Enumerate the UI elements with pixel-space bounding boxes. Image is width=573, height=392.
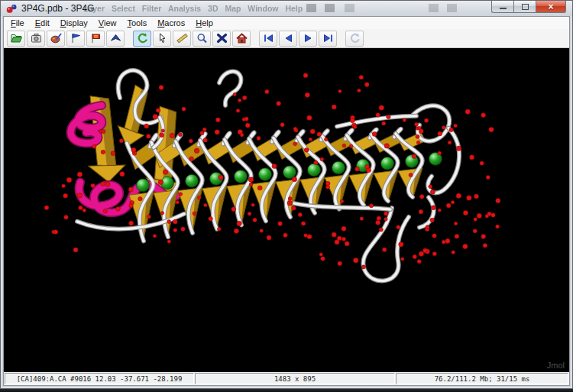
jmol-watermark: Jmol	[547, 361, 565, 370]
ruler-measure-button[interactable]	[173, 31, 191, 47]
background-window-artifact	[447, 4, 457, 12]
minimize-icon	[500, 7, 507, 9]
menu-edit[interactable]: Edit	[30, 18, 55, 28]
last-frame-icon	[322, 32, 335, 44]
caption-buttons: ×	[491, 1, 566, 13]
home-button[interactable]	[232, 31, 251, 47]
blue-plane-button[interactable]	[106, 31, 125, 47]
spin-disabled-icon	[348, 32, 361, 44]
delete-x-button[interactable]	[212, 31, 231, 47]
status-memory-time: 76.2/111.2 Mb; 31/15 ms	[396, 373, 568, 384]
ruler-measure-icon	[176, 32, 189, 44]
client-area: File Edit Display View Tools Macros Help	[3, 16, 570, 386]
previous-frame-icon	[282, 32, 295, 44]
titlebar[interactable]: 3P4G.pdb - 3P4G Layer Select Filter Anal…	[1, 1, 572, 16]
render-canvas[interactable]: Jmol	[4, 48, 569, 372]
blue-flag-button[interactable]	[66, 31, 85, 47]
first-frame-icon	[262, 32, 275, 44]
toolbar	[4, 29, 569, 48]
camera-icon	[30, 32, 43, 44]
spin-disabled-button[interactable]	[345, 31, 364, 47]
cursor-pick-button[interactable]	[153, 31, 171, 47]
statusbar: [CA]409:A.CA #9016 12.03 -37.671 -28.199…	[4, 372, 569, 385]
blue-plane-icon	[109, 32, 122, 44]
menu-file[interactable]: File	[5, 18, 30, 28]
background-window-artifact	[429, 4, 439, 12]
red-flag-button[interactable]	[86, 31, 105, 47]
background-window-artifact	[345, 4, 354, 12]
maximize-button[interactable]	[513, 1, 536, 13]
jmol-app-icon	[6, 3, 18, 15]
desktop-strip	[0, 389, 573, 392]
screen: { "window": { "title": "3P4G.pdb - 3P4G"…	[0, 0, 573, 392]
open-folder-icon	[10, 32, 23, 44]
paint-palette-icon	[50, 32, 63, 44]
rotate-mode-button[interactable]	[133, 31, 151, 47]
next-frame-icon	[302, 32, 315, 44]
menu-help[interactable]: Help	[190, 18, 219, 28]
status-canvas-size: 1483 x 895	[195, 373, 395, 384]
home-icon	[235, 32, 248, 44]
delete-x-icon	[215, 32, 228, 44]
background-window-artifact	[325, 4, 335, 12]
camera-button[interactable]	[27, 31, 45, 47]
menu-view[interactable]: View	[93, 18, 122, 28]
first-frame-button[interactable]	[259, 31, 277, 47]
background-window-menus: Layer Select Filter Analysis 3D Map Wind…	[83, 4, 303, 13]
magnifier-button[interactable]	[193, 31, 211, 47]
red-flag-icon	[89, 32, 102, 44]
jmol-window: 3P4G.pdb - 3P4G Layer Select Filter Anal…	[0, 0, 573, 389]
window-title: 3P4G.pdb - 3P4G	[21, 3, 94, 14]
rotate-mode-icon	[136, 32, 149, 44]
molecule-rendering	[4, 48, 569, 372]
close-button[interactable]: ×	[536, 1, 566, 13]
previous-frame-button[interactable]	[279, 31, 297, 47]
close-icon: ×	[548, 2, 553, 11]
menu-tools[interactable]: Tools	[121, 18, 152, 28]
next-frame-button[interactable]	[299, 31, 317, 47]
status-atom-info: [CA]409:A.CA #9016 12.03 -37.671 -28.199	[5, 373, 194, 384]
cursor-pick-icon	[156, 32, 169, 44]
menu-macros[interactable]: Macros	[152, 18, 190, 28]
last-frame-button[interactable]	[319, 31, 337, 47]
magnifier-icon	[196, 32, 209, 44]
menu-display[interactable]: Display	[55, 18, 93, 28]
background-window-artifact	[306, 4, 316, 12]
blue-flag-icon	[70, 32, 83, 44]
open-folder-button[interactable]	[7, 31, 25, 47]
menubar: File Edit Display View Tools Macros Help	[4, 17, 569, 29]
maximize-icon	[522, 4, 529, 10]
minimize-button[interactable]	[491, 1, 513, 13]
paint-palette-button[interactable]	[47, 31, 65, 47]
